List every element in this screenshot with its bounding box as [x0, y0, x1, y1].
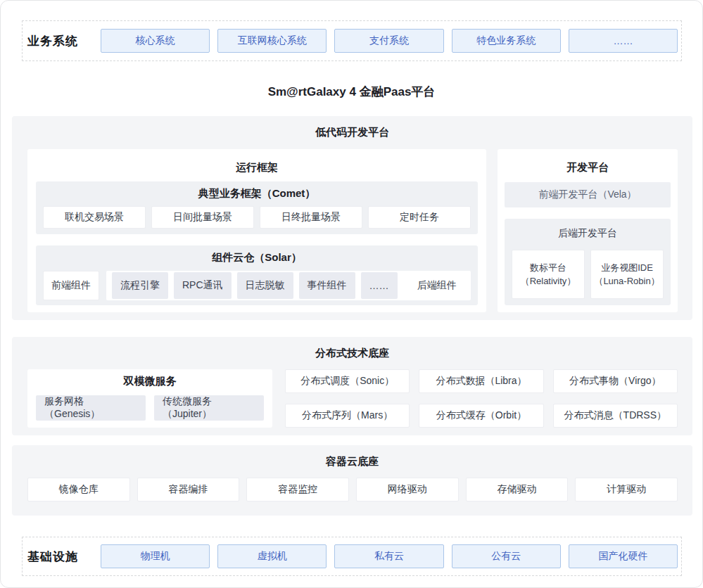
business-systems-boxes: 核心系统 互联网核心系统 支付系统 特色业务系统 ……	[101, 29, 678, 53]
infrastructure-label: 基础设施	[23, 549, 101, 565]
comet-card: 日间批量场景	[151, 206, 254, 229]
solar-chip: 事件组件	[299, 272, 355, 299]
solar-chip: 日志脱敏	[237, 272, 293, 299]
infrastructure-boxes: 物理机 虚拟机 私有云 公有云 国产化硬件	[101, 544, 678, 568]
lowcode-platform-section: 低代码开发平台 运行框架 典型业务框架（Comet） 联机交易场景 日间批量场景…	[12, 116, 692, 320]
container-card: 容器监控	[246, 478, 349, 501]
comet-framework-panel: 典型业务框架（Comet） 联机交易场景 日间批量场景 日终批量场景 定时任务	[36, 181, 478, 234]
runtime-framework-title: 运行框架	[27, 149, 486, 174]
container-card: 存储驱动	[466, 478, 569, 501]
distributed-base-section: 分布式技术底座 双模微服务 服务网格（Genesis） 传统微服务（Jupite…	[12, 337, 692, 435]
dual-mode-chips-row: 服务网格（Genesis） 传统微服务（Jupiter）	[36, 395, 264, 421]
distributed-card: 分布式缓存（Orbit）	[419, 404, 543, 428]
infrastructure-box: 虚拟机	[217, 544, 327, 568]
container-card: 容器编排	[137, 478, 240, 501]
solar-components-row: 前端组件 流程引擎 RPC通讯 日志脱敏 事件组件 …… 后端组件	[43, 271, 471, 300]
backend-card-name: 业务视图IDE	[601, 261, 653, 274]
comet-card: 日终批量场景	[260, 206, 362, 229]
distributed-card: 分布式调度（Sonic）	[285, 369, 410, 393]
business-system-box-ellipsis: ……	[569, 29, 678, 53]
backend-card-name: 数标平台	[530, 261, 566, 274]
infrastructure-box: 公有云	[452, 544, 561, 568]
container-card: 镜像仓库	[27, 478, 130, 501]
container-cloud-section: 容器云底座 镜像仓库 容器编排 容器监控 网络驱动 存储驱动 计算驱动	[12, 445, 692, 516]
infrastructure-box: 私有云	[334, 544, 443, 568]
infrastructure-box: 国产化硬件	[569, 544, 678, 568]
architecture-diagram: 业务系统 核心系统 互联网核心系统 支付系统 特色业务系统 …… Sm@rtGa…	[0, 0, 703, 588]
backend-platform-title: 后端开发平台	[505, 219, 671, 240]
business-system-box: 支付系统	[334, 29, 443, 53]
vela-frontend-platform-chip: 前端开发平台（Vela）	[505, 182, 671, 207]
business-system-box: 特色业务系统	[452, 29, 561, 53]
dual-mode-microservice-panel: 双模微服务 服务网格（Genesis） 传统微服务（Jupiter）	[27, 369, 272, 428]
backend-card-code: （Relativity）	[521, 274, 576, 288]
dual-mode-chip: 传统微服务（Jupiter）	[154, 395, 264, 421]
solar-chip-ellipsis: ……	[361, 272, 398, 299]
solar-chip: 流程引擎	[112, 272, 168, 299]
dev-platform-title: 开发平台	[498, 149, 678, 174]
distributed-card: 分布式消息（TDRSS）	[553, 404, 678, 428]
business-system-box: 核心系统	[101, 29, 210, 53]
distributed-card: 分布式数据（Libra）	[419, 369, 543, 393]
solar-warehouse-panel: 组件云仓（Solar） 前端组件 流程引擎 RPC通讯 日志脱敏 事件组件 ………	[36, 245, 478, 305]
business-systems-band: 业务系统 核心系统 互联网核心系统 支付系统 特色业务系统 ……	[22, 20, 682, 61]
distributed-card: 分布式事物（Virgo）	[553, 369, 678, 393]
infrastructure-box: 物理机	[101, 544, 210, 568]
backend-card-code: （Luna-Robin）	[594, 274, 659, 288]
container-card: 网络驱动	[356, 478, 459, 501]
backend-cards-row: 数标平台 （Relativity） 业务视图IDE （Luna-Robin）	[512, 250, 664, 299]
distributed-card: 分布式序列（Mars）	[285, 404, 410, 428]
infrastructure-band: 基础设施 物理机 虚拟机 私有云 公有云 国产化硬件	[22, 537, 682, 576]
container-card: 计算驱动	[575, 478, 678, 501]
back-component-label: 后端组件	[403, 279, 471, 292]
container-cloud-title: 容器云底座	[12, 445, 692, 468]
backend-platform-panel: 后端开发平台 数标平台 （Relativity） 业务视图IDE （Luna-R…	[505, 219, 671, 305]
comet-framework-title: 典型业务框架（Comet）	[36, 181, 478, 200]
distributed-services-grid: 分布式调度（Sonic） 分布式数据（Libra） 分布式事物（Virgo） 分…	[285, 369, 678, 428]
business-systems-label: 业务系统	[23, 33, 101, 49]
platform-title: Sm@rtGalaxy 4 金融Paas平台	[1, 84, 702, 100]
business-system-box: 互联网核心系统	[217, 29, 327, 53]
comet-cards-row: 联机交易场景 日间批量场景 日终批量场景 定时任务	[43, 206, 471, 229]
runtime-framework-panel: 运行框架 典型业务框架（Comet） 联机交易场景 日间批量场景 日终批量场景 …	[27, 149, 486, 312]
comet-card: 联机交易场景	[43, 206, 146, 229]
solar-chip: RPC通讯	[174, 272, 232, 299]
backend-card-relativity: 数标平台 （Relativity）	[512, 250, 585, 299]
distributed-section-title: 分布式技术底座	[12, 337, 692, 360]
solar-chips-strip: 流程引擎 RPC通讯 日志脱敏 事件组件 …… 后端组件	[106, 271, 471, 300]
dual-mode-chip: 服务网格（Genesis）	[36, 395, 146, 421]
dual-mode-title: 双模微服务	[27, 369, 272, 388]
comet-card: 定时任务	[368, 206, 471, 229]
solar-warehouse-title: 组件云仓（Solar）	[36, 245, 478, 264]
lowcode-section-title: 低代码开发平台	[12, 116, 692, 139]
front-component-card: 前端组件	[43, 271, 99, 300]
dev-platform-panel: 开发平台 前端开发平台（Vela） 后端开发平台 数标平台 （Relativit…	[498, 149, 678, 312]
container-cards-row: 镜像仓库 容器编排 容器监控 网络驱动 存储驱动 计算驱动	[27, 478, 678, 501]
backend-card-luna-robin: 业务视图IDE （Luna-Robin）	[590, 250, 664, 299]
